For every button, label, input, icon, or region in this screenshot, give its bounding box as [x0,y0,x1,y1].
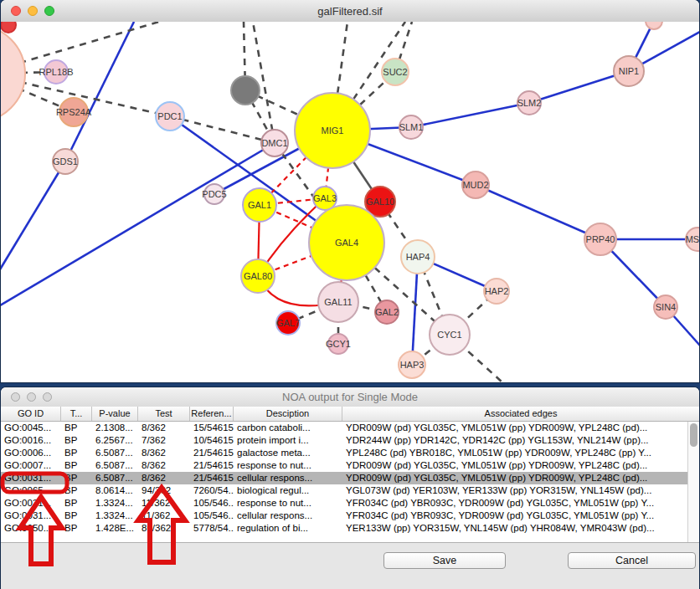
titlebar-noa[interactable]: NOA output for Single Mode [1,387,699,407]
titlebar-graph[interactable]: galFiltered.sif [1,0,699,23]
cell-type: BP [61,484,92,497]
cell-edges: YGL073W (pd) YER103W, YER133W (pp) YOR31… [342,484,687,497]
node-label: GAL3 [313,193,337,203]
scrollbar-thumb[interactable] [690,423,697,447]
node-label: SUC2 [383,67,407,77]
table-row[interactable]: GO:0031...BP1.3324...11/362105/546...res… [1,497,687,510]
cell-goid: GO:0006... [1,447,61,459]
cell-type: BP [61,434,92,447]
window-title-noa: NOA output for Single Mode [1,391,699,403]
edge-blue[interactable] [1,143,275,305]
cell-description: response to nut... [234,459,342,472]
node-label: GAL11 [324,297,352,307]
window-title-graph: galFiltered.sif [1,5,699,18]
cell-test: 11/362 [138,510,190,522]
cell-goid: GO:0045... [1,422,61,434]
cell-edges: YFR034C (pd) YBR093C, YDR009W (pd) YGL03… [342,510,687,522]
cell-description: cellular respons... [234,472,342,484]
cell-type: BP [61,522,92,535]
column-header-description[interactable]: Desciption [234,407,342,421]
cell-type: BP [61,447,92,459]
column-header-edges[interactable]: Associated edges [342,407,699,421]
window-graph: galFiltered.sif RPL18BRPS24AGDS1PDC1MIG1… [1,0,699,382]
cell-test: 80/362 [138,522,190,535]
cell-edges: YDR009W (pd) YGL035C, YML051W (pp) YDR00… [342,472,687,484]
node-label: CYC1 [437,330,461,340]
node-label: RPS24A [56,107,92,117]
node-label: RPL18B [39,67,74,77]
node-cornerred[interactable] [1,22,16,33]
cell-reference: 5778/54... [190,522,234,535]
column-header-goid[interactable]: GO ID [1,407,61,421]
cell-description: response to nut... [234,497,342,510]
cell-edges: YDR009W (pd) YGL035C, YML051W (pp) YDR00… [342,459,687,472]
node-label: SLM1 [399,122,424,132]
node-label: MUD2 [462,180,488,190]
node-trsmall[interactable] [646,22,662,29]
table-row[interactable]: GO:0031...BP1.3324...11/362105/546...cel… [1,510,687,522]
edge-dash[interactable] [170,116,275,143]
node-label: PRP40 [586,234,615,244]
cell-description: galactose meta... [234,447,342,459]
cell-goid: GO:0031... [1,497,61,510]
column-header-test[interactable]: Test [138,407,190,421]
node-label: GAL7 [276,318,300,328]
node-label: NIP1 [619,66,639,76]
cell-test: 7/362 [138,434,190,447]
node-label: GAL4 [335,238,358,248]
edge-blue[interactable] [1,161,65,269]
table-row[interactable]: GO:0031...BP6.5087...8/36221/54615cellul… [1,472,687,484]
table-row[interactable]: GO:0016...BP6.2567...7/36210/54615protei… [1,434,687,447]
cell-reference: 21/54615 [190,472,234,484]
table-row[interactable]: GO:0045...BP2.1308...8/36215/54615carbon… [1,422,687,434]
node-graynode[interactable] [231,76,260,105]
table-row[interactable]: GO:0006...BP6.5087...8/36221/54615galact… [1,447,687,459]
network-canvas[interactable]: RPL18BRPS24AGDS1PDC1MIG1SUC2SLM1DMC1SLM2… [1,22,699,382]
edge-blue[interactable] [411,103,529,127]
column-header-reference[interactable]: Referen... [190,407,234,421]
table-scrollbar[interactable] [687,422,699,542]
node-label: MSL1 [686,234,699,244]
node-label: GAL1 [248,200,271,210]
node-label: PDC5 [202,189,226,199]
cell-reference: 105/546... [190,510,234,522]
cell-pvalue: 6.2567... [92,434,138,447]
cell-edges: YER133W (pp) YOR315W, YNL145W (pd) YHR08… [342,522,687,535]
node-label: DMC1 [261,138,287,148]
cell-description: biological regul... [234,484,342,497]
cell-description: regulation of bi... [234,522,342,535]
cell-pvalue: 6.5087... [92,447,138,459]
table-body: GO:0045...BP2.1308...8/36215/54615carbon… [1,422,687,542]
save-button[interactable]: Save [383,552,506,569]
table-row[interactable]: GO:0007...BP6.5087...8/36221/54615respon… [1,459,687,472]
cell-type: BP [61,459,92,472]
column-header-type[interactable]: T... [61,407,92,421]
cell-pvalue: 2.1308... [92,422,138,434]
table-header: GO IDT...P-valueTestReferen...Desciption… [1,407,699,422]
table-row[interactable]: GO:0050...BP1.428E...80/3625778/54...reg… [1,522,687,535]
cell-pvalue: 8.0614... [92,484,138,497]
node-label: GDS1 [53,156,78,166]
window-noa: NOA output for Single Mode GO IDT...P-va… [1,387,699,589]
node-label: HAP2 [485,286,509,296]
cancel-button[interactable]: Cancel [568,552,696,569]
cell-pvalue: 1.428E... [92,522,138,535]
table-row[interactable]: GO:0065...BP8.0614...94/3627260/54...bio… [1,484,687,497]
cell-edges: YPL248C (pd) YBR018C, YML051W (pp) YDR00… [342,447,687,459]
node-label: GAL10 [366,197,394,207]
node-bigleft[interactable] [1,25,25,122]
edge-blue[interactable] [65,22,134,161]
footer: Save Cancel [1,542,699,589]
column-header-pvalue[interactable]: P-value [92,407,138,421]
cell-goid: GO:0031... [1,510,61,522]
node-label: GAL80 [244,271,272,281]
cell-pvalue: 6.5087... [92,459,138,472]
node-label: SIN4 [656,302,676,312]
edge-blue[interactable] [476,185,600,239]
cell-reference: 7260/54... [190,484,234,497]
cell-edges: YFR034C (pd) YBR093C, YDR009W (pd) YGL03… [342,497,687,510]
cell-test: 8/362 [138,459,190,472]
node-label: HAP3 [400,360,425,370]
cell-reference: 15/54615 [190,422,234,434]
cell-test: 94/362 [138,484,190,497]
